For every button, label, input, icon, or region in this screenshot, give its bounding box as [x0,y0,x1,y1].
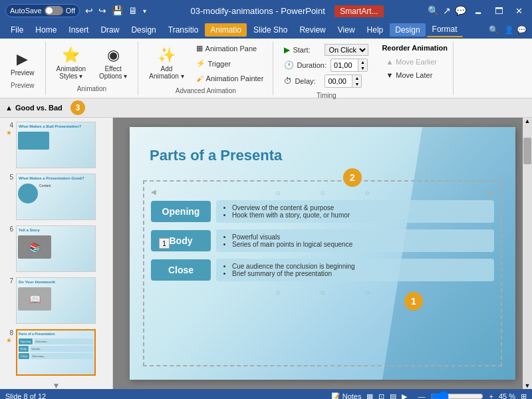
menu-animations[interactable]: Animatio [205,23,247,37]
undo-icon[interactable]: ↩ [85,5,93,16]
smartart-label: SmartArt... [334,5,383,17]
slide8-row2: Body Visuals... [19,346,93,352]
slide8-title: Parts of a Presentation [17,331,94,337]
scroll-up-button[interactable]: ▲ [523,118,532,124]
start-dropdown[interactable]: On Click [325,44,368,56]
view-present-icon[interactable]: ▶ [402,392,407,400]
zoom-minus[interactable]: — [418,392,425,399]
effect-options-label: Effect Options ▾ [99,65,127,80]
move-later-label: Move Later [396,71,432,79]
slide-image-7[interactable]: Do Your Homework 📖 [16,277,96,324]
add-animation-button[interactable]: ✨ Add Animation ▾ [144,44,189,82]
collapse-icon[interactable]: ▲ [5,104,13,112]
slide-image-5[interactable]: What Makes a Presentation Good? Content [16,174,96,220]
slide-thumb-7[interactable]: 7 Do Your Homework 📖 [3,276,110,325]
trigger-button[interactable]: ⚡ Trigger [192,57,268,70]
search-icon[interactable]: 🔍 [428,5,439,16]
view-normal-icon[interactable]: ▦ [366,392,373,400]
animation-styles-button[interactable]: ⭐ Animation Styles ▾ [51,44,91,82]
smartart-row-body: Body Powerful visuals Series of main poi… [151,229,494,252]
slide-number-8: 8 [4,329,13,336]
handle-right-arrow[interactable]: ▶ [489,188,494,198]
close-text: Cue audience the conclusion is beginning… [216,259,494,281]
smartart-container[interactable]: 1 ◀ ○ ○ ○ ▶ Opening Overvie [143,180,502,366]
redo-icon[interactable]: ↪ [98,5,106,16]
slide4-block [18,132,49,150]
slide-image-4[interactable]: What Makes a Bad Presentation? [16,122,96,168]
fit-page-icon[interactable]: ⊞ [521,392,527,400]
delay-down[interactable]: ▼ [352,81,361,87]
duration-input[interactable]: ▲ ▼ [331,59,368,72]
close-button[interactable]: ✕ [511,5,527,17]
menu-view[interactable]: View [332,23,360,37]
view-slide-icon[interactable]: ⊡ [378,392,384,400]
title-bar: AutoSave Off ↩ ↪ 💾 🖥 ▾ 03-modify-animati… [0,0,532,21]
menu-slideshow[interactable]: Slide Sho [248,23,293,37]
add-animation-label: Add Animation ▾ [149,65,184,80]
zoom-plus[interactable]: + [489,392,493,399]
user-icon[interactable]: 👤 [504,25,514,35]
delay-input[interactable]: ▲ ▼ [325,74,362,88]
handle-left-arrow[interactable]: ◀ [151,188,156,198]
move-later-icon: ▼ [386,71,393,79]
menu-design[interactable]: Design [126,23,161,37]
slide8-body-text: Visuals... [30,346,93,352]
maximize-button[interactable]: 🗖 [491,5,507,17]
menu-file[interactable]: File [5,23,29,37]
duration-down[interactable]: ▼ [358,65,367,71]
ribbon-group-timing: ▶ Start: On Click 🕐 Duration: ▲ ▼ [273,41,454,95]
canvas-scrollbar[interactable]: ▲ ▼ [523,118,532,389]
slide-image-8[interactable]: Parts of a Presentation Opening Overview… [16,329,96,376]
slide-thumb-4[interactable]: 4 ★ What Makes a Bad Presentation? [3,120,110,170]
menu-format-tab[interactable]: Format [427,23,463,37]
slide-number-6: 6 [4,225,13,233]
delay-row: ⏱ Delay: ▲ ▼ [284,74,368,88]
slide5-circle [18,184,38,203]
menu-home[interactable]: Home [30,23,62,37]
duration-value[interactable] [331,60,358,70]
slide8-opening: Opening [19,338,33,344]
menu-design-tab[interactable]: Design [390,23,425,37]
duration-up[interactable]: ▲ [358,59,367,65]
animation-styles-label: Animation Styles ▾ [57,65,86,80]
preview-button[interactable]: ▶ Preview [5,48,40,79]
animation-pane-button[interactable]: ▦ Animation Pane [192,42,268,55]
slide-thumb-5[interactable]: 5 What Makes a Presentation Good? Conten… [3,172,110,221]
scroll-down-button[interactable]: ▼ [523,382,532,389]
menu-transitions[interactable]: Transitio [163,23,204,37]
comments-ribbon-icon[interactable]: 💬 [517,25,527,35]
scroll-thumb[interactable] [523,138,531,164]
notes-button[interactable]: 📝 Notes [331,392,362,400]
effect-options-button[interactable]: ◉ Effect Options ▾ [94,44,132,82]
menu-insert[interactable]: Insert [63,23,94,37]
effect-icon: ◉ [107,47,120,64]
animation-number-badge: 1 [159,238,170,249]
handle-dots-bottom: ○ ○ ○ [151,288,494,297]
slide-thumb-6[interactable]: 6 Tell a Story 📚 [3,224,110,273]
monitor-icon[interactable]: 🖥 [128,5,138,16]
menu-draw[interactable]: Draw [95,23,124,37]
delay-up[interactable]: ▲ [352,75,361,81]
autosave-toggle[interactable]: AutoSave Off [5,4,80,17]
slide-thumb-8[interactable]: 8 ★ Parts of a Presentation Opening Over… [3,328,110,377]
comments-icon[interactable]: 💬 [455,5,466,16]
ribbon-search[interactable]: 🔍 [489,25,499,35]
toggle-off-icon[interactable] [45,6,63,15]
slide-image-6[interactable]: Tell a Story 📚 [16,225,96,272]
move-later-button[interactable]: ▼ Move Later [382,69,448,81]
zoom-slider[interactable] [430,391,483,399]
animation-painter-button[interactable]: 🖌 Animation Painter [192,72,268,84]
menu-help[interactable]: Help [362,23,389,37]
view-reading-icon[interactable]: ▤ [390,392,396,400]
status-bar: Slide 8 of 12 📝 Notes ▦ ⊡ ▤ ▶ — + 45 % ⊞ [0,389,532,399]
slide-num-area-6: 6 [4,225,13,233]
minimize-button[interactable]: 🗕 [470,5,487,17]
delay-value[interactable] [325,76,352,86]
status-right: 📝 Notes ▦ ⊡ ▤ ▶ — + 45 % ⊞ [331,391,527,399]
slide-panel[interactable]: 4 ★ What Makes a Bad Presentation? 5 Wha… [0,118,113,389]
share-icon[interactable]: ↗ [443,5,451,16]
move-earlier-button[interactable]: ▲ Move Earlier [382,56,448,68]
menu-review[interactable]: Review [294,23,331,37]
scroll-down-arrow[interactable]: ▼ [3,380,110,389]
save-icon[interactable]: 💾 [112,5,123,16]
